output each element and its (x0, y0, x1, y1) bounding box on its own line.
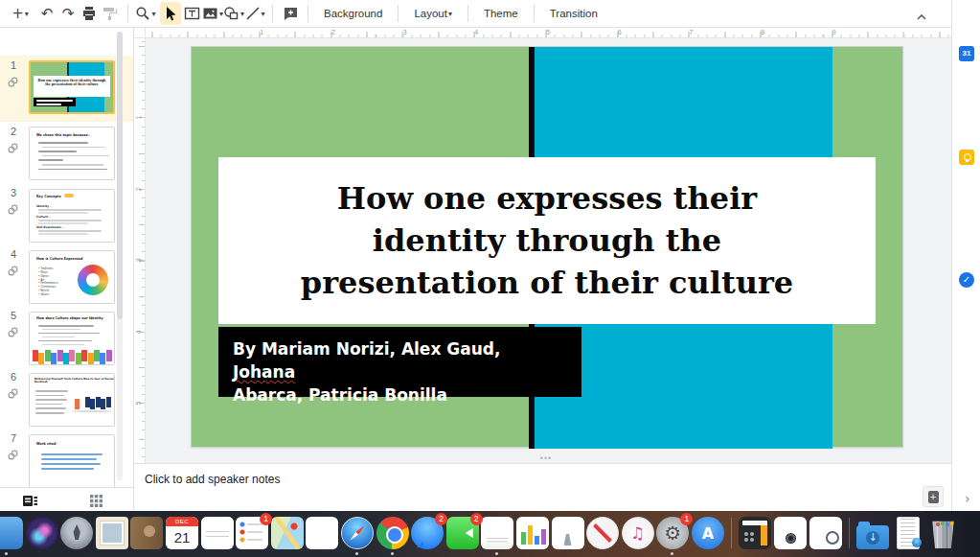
transition-button[interactable]: Transition (541, 2, 606, 25)
mini-title-text: How one expresses their identity through… (35, 79, 107, 86)
insert-comment-button[interactable] (280, 2, 301, 25)
mini-term: Self-Expression – (36, 225, 63, 228)
layout-button[interactable]: Layout ▾ (405, 2, 461, 25)
blocked-app-dock-icon[interactable] (586, 517, 619, 549)
placeholder-line (38, 340, 92, 342)
slide-title-textbox[interactable]: How one expresses theiridentity through … (218, 157, 876, 324)
group-person (85, 397, 90, 407)
downloads-dock-icon[interactable]: ↓ (856, 517, 889, 549)
documents-stack-dock-icon[interactable] (892, 517, 924, 549)
background-button[interactable]: Background (315, 2, 391, 25)
chrome-dock-icon[interactable] (376, 517, 409, 549)
notes-resize-handle[interactable]: ••• (536, 456, 556, 460)
placeholder-line (36, 100, 73, 102)
photo-booth-dock-icon[interactable] (774, 517, 807, 549)
slide-byline-text: By Mariam Norizi, Alex Gaud, JohanaAbarc… (233, 337, 567, 406)
maps-dock-icon[interactable] (271, 517, 304, 549)
ruler-corner (134, 28, 146, 38)
mini-heading: How is Culture Expressed (36, 257, 82, 261)
ruler-number: 4 (134, 330, 143, 334)
filmstrip-view-icon[interactable] (23, 494, 37, 511)
insert-line-button[interactable]: ▾ (244, 2, 265, 25)
cursor-icon (163, 6, 178, 21)
zoom-button[interactable]: ▾ (135, 2, 156, 25)
itunes-dock-icon[interactable]: ♫ (622, 517, 654, 549)
preview-dock-icon[interactable] (809, 517, 842, 549)
placeholder-line (41, 468, 94, 470)
horizontal-ruler: 123456789 (146, 28, 951, 38)
placeholder-line (38, 169, 107, 171)
calendar-dock-icon[interactable]: DEC21 (166, 517, 198, 549)
toolbar-divider (398, 5, 399, 22)
siri-dock-icon[interactable] (26, 517, 58, 549)
select-tool-button[interactable] (160, 2, 181, 25)
pages-dock-icon[interactable] (481, 517, 513, 549)
misspelled-word: Johana (233, 362, 295, 382)
print-button[interactable] (79, 2, 100, 25)
slide-canvas[interactable]: How one expresses theiridentity through … (191, 46, 903, 448)
system-preferences-dock-icon[interactable]: ⚙1 (656, 517, 689, 549)
slide-filmstrip: 1How one expresses their identity throug… (0, 28, 134, 487)
slide-row: 4How is Culture Expressed• Traditions • … (0, 244, 134, 306)
ruler-number: 5 (134, 401, 143, 405)
hide-menus-button[interactable] (911, 6, 932, 29)
slide-thumbnail[interactable]: Work cited (29, 434, 115, 487)
slide-number: 1 (6, 59, 21, 71)
paint-format-button[interactable] (100, 2, 121, 25)
slide-byline-textbox[interactable]: By Mariam Norizi, Alex Gaud, JohanaAbarc… (218, 327, 581, 397)
messages-dock-icon[interactable]: 2 (411, 517, 444, 549)
slide-thumbnail[interactable]: Distancing Yourself from Culture Due to … (29, 373, 115, 427)
slide-thumbnail[interactable]: Key ConceptsIdentity –Culture –Self-Expr… (29, 189, 115, 243)
speaker-notes-input[interactable]: Click to add speaker notes (145, 473, 280, 486)
crowd-person (94, 350, 100, 361)
insert-image-button[interactable]: ▾ (202, 2, 223, 25)
keep-panel-icon[interactable] (959, 150, 974, 165)
mail-dock-icon[interactable] (96, 517, 128, 549)
mini-heading: Work cited (36, 442, 56, 446)
photos-dock-icon[interactable] (306, 517, 338, 549)
placeholder-line (38, 333, 100, 335)
collapse-panel-chevron[interactable]: › (965, 491, 970, 506)
crowd-person (38, 353, 44, 364)
placeholder-line (38, 220, 102, 221)
numbers-dock-icon[interactable] (516, 517, 549, 549)
reminders-dock-icon[interactable]: 1 (236, 517, 268, 549)
text-box-button[interactable] (181, 2, 202, 25)
theme-button[interactable]: Theme (475, 2, 527, 25)
group-person (101, 399, 105, 409)
placeholder-line (38, 212, 88, 214)
crowd-person (106, 350, 112, 361)
safari-dock-icon[interactable] (341, 517, 374, 549)
notes-dock-icon[interactable] (201, 517, 234, 549)
slide-thumbnail[interactable]: How one expresses their identity through… (29, 60, 115, 114)
crowd-person (100, 353, 105, 364)
insert-shape-button[interactable]: ▾ (223, 2, 244, 25)
calculator-dock-icon[interactable] (739, 517, 771, 549)
ruler-number: 1 (134, 115, 143, 119)
redo-button[interactable]: ↷ (57, 2, 79, 25)
thumbnail-content: Distancing Yourself from Culture Due to … (30, 374, 114, 426)
undo-icon: ↶ (41, 7, 54, 21)
keynote-dock-icon[interactable] (552, 517, 584, 549)
tasks-panel-icon[interactable]: ✓ (959, 272, 974, 288)
filmstrip-scrollbar[interactable] (117, 32, 123, 480)
new-slide-button[interactable]: + ▾ (10, 2, 31, 25)
ruler-number: 4 (474, 28, 478, 36)
slide-thumbnail[interactable]: We chose this topic because.. (29, 127, 115, 180)
trash-dock-icon[interactable] (926, 517, 959, 549)
contacts-dock-icon[interactable] (130, 517, 163, 549)
app-store-dock-icon[interactable]: A (692, 517, 724, 549)
explore-button[interactable]: + (923, 486, 944, 507)
slide-thumbnail[interactable]: How is Culture Expressed• Traditions • M… (29, 250, 115, 304)
toolbar-divider (534, 5, 535, 22)
grid-view-icon[interactable] (90, 494, 103, 511)
slide-number: 4 (6, 248, 21, 260)
slide-thumbnail[interactable]: How does Culture shape our Identity (29, 312, 115, 365)
facetime-dock-icon[interactable]: 2 (446, 517, 479, 549)
launchpad-dock-icon[interactable] (60, 517, 93, 549)
print-icon (81, 6, 97, 21)
finder-dock-icon[interactable] (0, 517, 23, 549)
calendar-panel-icon[interactable]: 31 (959, 46, 974, 61)
placeholder-line (35, 399, 67, 401)
undo-button[interactable]: ↶ (36, 2, 57, 25)
